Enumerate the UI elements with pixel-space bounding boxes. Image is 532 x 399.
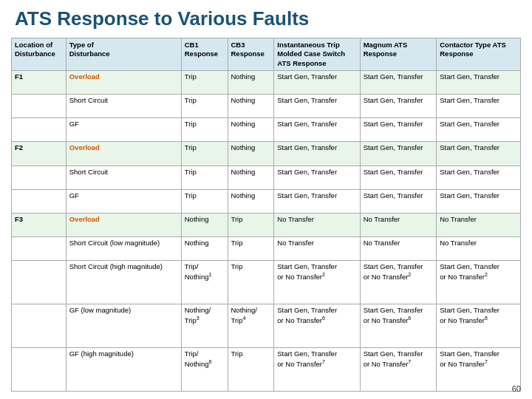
- cell-inst: Start Gen, Transfer: [274, 142, 360, 166]
- table-row: Short Circuit (low magnitude)NothingTrip…: [12, 236, 521, 260]
- cell-location: F3: [12, 213, 66, 236]
- table-row: Short CircuitTripNothingStart Gen, Trans…: [12, 95, 521, 118]
- table-row: F2OverloadTripNothingStart Gen, Transfer…: [12, 142, 521, 166]
- faults-table: Location ofDisturbance Type ofDisturbanc…: [11, 38, 521, 392]
- table-row: GF (high magnitude)Trip/Nothing6TripStar…: [12, 348, 521, 392]
- cell-inst: No Transfer: [274, 236, 360, 260]
- cell-disturbance: Short Circuit: [66, 95, 181, 118]
- cell-inst: Start Gen, Transfer: [274, 189, 360, 213]
- col-header-inst: Instantaneous TripMolded Case SwitchATS …: [274, 38, 360, 71]
- cell-contactor: No Transfer: [437, 213, 521, 236]
- cell-disturbance: GF: [66, 189, 181, 213]
- cell-contactor: Start Gen, Transferor No Transfer2: [437, 261, 521, 304]
- cell-location: [12, 261, 66, 304]
- cell-cb3: Nothing/Trip4: [228, 304, 274, 348]
- col-header-magnum: Magnum ATSResponse: [360, 38, 437, 71]
- cell-magnum: Start Gen, Transfer: [360, 71, 437, 95]
- cell-location: [12, 236, 66, 260]
- cell-location: [12, 95, 66, 118]
- cell-inst: Start Gen, Transfer: [274, 166, 360, 189]
- cell-cb3: Trip: [228, 236, 274, 260]
- cell-disturbance: Overload: [66, 142, 181, 166]
- cell-magnum: Start Gen, Transfer: [360, 118, 437, 142]
- cell-contactor: Start Gen, Transfer: [437, 95, 521, 118]
- col-header-type: Type ofDisturbance: [66, 38, 181, 71]
- cell-cb1: Trip: [181, 71, 228, 95]
- cell-location: [12, 189, 66, 213]
- table-row: F3OverloadNothingTripNo TransferNo Trans…: [12, 213, 521, 236]
- col-header-contactor: Contactor Type ATSResponse: [437, 38, 521, 71]
- cell-cb1: Trip/Nothing6: [181, 348, 228, 392]
- cell-location: [12, 304, 66, 348]
- cell-cb1: Trip: [181, 166, 228, 189]
- cell-contactor: Start Gen, Transfer: [437, 71, 521, 95]
- cell-disturbance: GF: [66, 118, 181, 142]
- cell-cb3: Trip: [228, 348, 274, 392]
- table-row: GFTripNothingStart Gen, TransferStart Ge…: [12, 118, 521, 142]
- cell-location: [12, 348, 66, 392]
- table-row: Short CircuitTripNothingStart Gen, Trans…: [12, 166, 521, 189]
- cell-cb3: Trip: [228, 261, 274, 304]
- cell-contactor: Start Gen, Transfer: [437, 189, 521, 213]
- cell-disturbance: Overload: [66, 71, 181, 95]
- col-header-cb3: CB3Response: [228, 38, 274, 71]
- cell-magnum: No Transfer: [360, 213, 437, 236]
- cell-contactor: Start Gen, Transferor No Transfer7: [437, 348, 521, 392]
- cell-magnum: Start Gen, Transferor No Transfer2: [360, 261, 437, 304]
- cell-location: F2: [12, 142, 66, 166]
- cell-contactor: No Transfer: [437, 236, 521, 260]
- cell-contactor: Start Gen, Transfer: [437, 118, 521, 142]
- table-row: Short Circuit (high magnitude)Trip/Nothi…: [12, 261, 521, 304]
- page-title: ATS Response to Various Faults: [11, 7, 521, 30]
- cell-disturbance: Short Circuit (high magnitude): [66, 261, 181, 304]
- cell-disturbance: GF (high magnitude): [66, 348, 181, 392]
- cell-location: [12, 166, 66, 189]
- cell-cb1: Trip: [181, 95, 228, 118]
- cell-cb3: Nothing: [228, 118, 274, 142]
- cell-cb3: Trip: [228, 213, 274, 236]
- cell-location: [12, 118, 66, 142]
- cell-cb1: Nothing: [181, 213, 228, 236]
- cell-location: F1: [12, 71, 66, 95]
- cell-cb1: Trip: [181, 142, 228, 166]
- cell-cb1: Nothing/Trip3: [181, 304, 228, 348]
- table-header-row: Location ofDisturbance Type ofDisturbanc…: [12, 38, 521, 71]
- cell-cb3: Nothing: [228, 189, 274, 213]
- cell-inst: Start Gen, Transferor No Transfer6: [274, 304, 360, 348]
- table-row: F1OverloadTripNothingStart Gen, Transfer…: [12, 71, 521, 95]
- cell-cb1: Trip: [181, 189, 228, 213]
- cell-disturbance: Overload: [66, 213, 181, 236]
- cell-contactor: Start Gen, Transfer: [437, 166, 521, 189]
- cell-magnum: Start Gen, Transfer: [360, 166, 437, 189]
- cell-inst: Start Gen, Transfer: [274, 71, 360, 95]
- table-row: GFTripNothingStart Gen, TransferStart Ge…: [12, 189, 521, 213]
- cell-inst: Start Gen, Transferor No Transfer2: [274, 261, 360, 304]
- cell-magnum: Start Gen, Transfer: [360, 95, 437, 118]
- cell-magnum: Start Gen, Transferor No Transfer6: [360, 304, 437, 348]
- cell-cb3: Nothing: [228, 166, 274, 189]
- page-number: 60: [512, 384, 521, 393]
- cell-magnum: Start Gen, Transfer: [360, 189, 437, 213]
- cell-cb1: Trip: [181, 118, 228, 142]
- cell-disturbance: Short Circuit (low magnitude): [66, 236, 181, 260]
- col-header-location: Location ofDisturbance: [12, 38, 66, 71]
- cell-disturbance: GF (low magnitude): [66, 304, 181, 348]
- cell-contactor: Start Gen, Transfer: [437, 142, 521, 166]
- col-header-cb1: CB1Response: [181, 38, 228, 71]
- cell-contactor: Start Gen, Transferor No Transfer6: [437, 304, 521, 348]
- cell-cb1: Nothing: [181, 236, 228, 260]
- cell-inst: Start Gen, Transfer: [274, 118, 360, 142]
- cell-magnum: No Transfer: [360, 236, 437, 260]
- cell-cb3: Nothing: [228, 71, 274, 95]
- cell-inst: Start Gen, Transfer: [274, 95, 360, 118]
- cell-magnum: Start Gen, Transferor No Transfer7: [360, 348, 437, 392]
- cell-magnum: Start Gen, Transfer: [360, 142, 437, 166]
- cell-cb3: Nothing: [228, 95, 274, 118]
- cell-cb1: Trip/Nothing1: [181, 261, 228, 304]
- table-row: GF (low magnitude)Nothing/Trip3Nothing/T…: [12, 304, 521, 348]
- page: ATS Response to Various Faults Location …: [0, 0, 532, 399]
- cell-cb3: Nothing: [228, 142, 274, 166]
- cell-inst: No Transfer: [274, 213, 360, 236]
- cell-disturbance: Short Circuit: [66, 166, 181, 189]
- cell-inst: Start Gen, Transferor No Transfer7: [274, 348, 360, 392]
